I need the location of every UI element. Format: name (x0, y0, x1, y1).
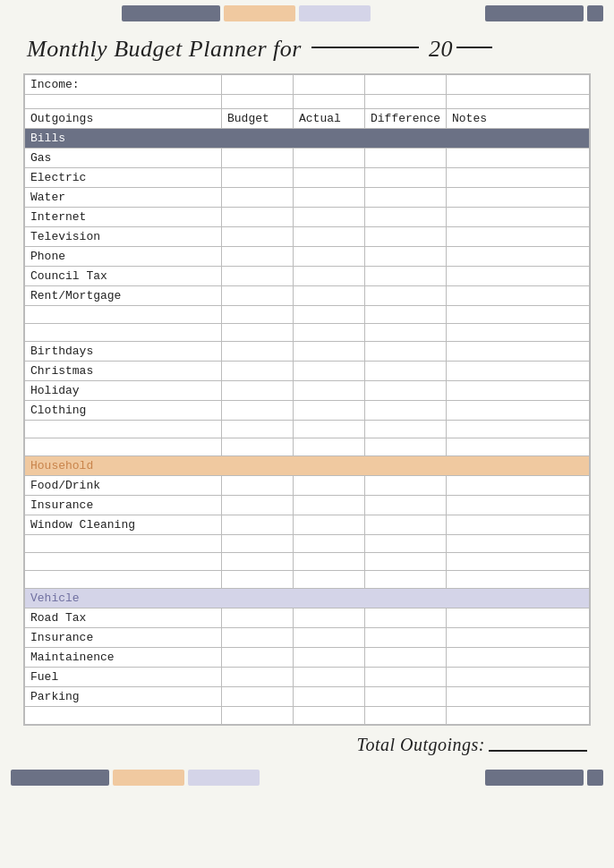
item-insurance-vehicle: Insurance (25, 628, 222, 648)
page-title: Monthly Budget Planner for 20 (27, 36, 496, 62)
item-rent-mortgage: Rent/Mortgage (25, 286, 222, 306)
list-item: Water (25, 188, 590, 208)
list-item: Birthdays (25, 342, 590, 362)
blank-row-9 (25, 707, 590, 725)
blank-row-5 (25, 438, 590, 456)
blank-row-4 (25, 421, 590, 438)
income-label: Income: (25, 75, 222, 95)
col-header-notes: Notes (447, 109, 590, 129)
income-actual (294, 75, 365, 95)
list-item: Food/Drink (25, 476, 590, 496)
blank-row-6 (25, 535, 590, 553)
bar-peach-bottom-1 (113, 770, 184, 786)
vehicle-label: Vehicle (25, 589, 590, 608)
list-item: Rent/Mortgage (25, 286, 590, 306)
bar-gray-bottom-2 (485, 770, 584, 786)
item-water: Water (25, 188, 222, 208)
col-header-outgoings: Outgoings (25, 109, 222, 129)
bar-gray-1 (122, 5, 220, 21)
item-gas: Gas (25, 149, 222, 168)
item-clothing: Clothing (25, 401, 222, 421)
household-label: Household (25, 456, 590, 476)
bar-gray-2 (485, 5, 584, 21)
budget-table-container: Income: Outgoings Budget Actual Differen… (23, 73, 591, 726)
blank-row-7 (25, 553, 590, 571)
list-item: Parking (25, 687, 590, 707)
list-item: Insurance (25, 496, 590, 515)
income-diff (365, 75, 447, 95)
title-section: Monthly Budget Planner for 20 (0, 27, 614, 70)
bar-peach-1 (224, 5, 295, 21)
income-budget (222, 75, 294, 95)
bar-gray-3 (587, 5, 603, 21)
col-header-actual: Actual (294, 109, 365, 129)
item-phone: Phone (25, 247, 222, 267)
bar-lavender-bottom-1 (188, 770, 260, 786)
list-item: Gas (25, 149, 590, 168)
bar-gray-bottom-1 (11, 770, 109, 786)
section-household-header: Household (25, 456, 590, 476)
list-item: Television (25, 227, 590, 247)
income-row: Income: (25, 75, 590, 95)
bills-label: Bills (25, 129, 590, 149)
item-christmas: Christmas (25, 362, 222, 381)
bar-lavender-1 (299, 5, 371, 21)
list-item: Holiday (25, 381, 590, 401)
item-road-tax: Road Tax (25, 608, 222, 628)
item-council-tax: Council Tax (25, 267, 222, 286)
item-food-drink: Food/Drink (25, 476, 222, 496)
blank-row-2 (25, 306, 590, 324)
list-item: Phone (25, 247, 590, 267)
list-item: Maintainence (25, 648, 590, 668)
total-section: Total Outgoings: (0, 729, 614, 761)
blank-row-8 (25, 571, 590, 589)
item-parking: Parking (25, 687, 222, 707)
name-line (311, 47, 419, 48)
bar-gray-bottom-3 (587, 770, 603, 786)
list-item: Road Tax (25, 608, 590, 628)
list-item: Council Tax (25, 267, 590, 286)
item-window-cleaning: Window Cleaning (25, 515, 222, 535)
income-notes (447, 75, 590, 95)
item-fuel: Fuel (25, 668, 222, 687)
year-line (456, 47, 492, 48)
item-maintainence: Maintainence (25, 648, 222, 668)
item-television: Television (25, 227, 222, 247)
list-item: Christmas (25, 362, 590, 381)
top-decorative-bars (0, 0, 614, 27)
col-header-budget: Budget (222, 109, 294, 129)
total-label: Total Outgoings: (357, 735, 485, 755)
page: Monthly Budget Planner for 20 Income: (0, 0, 614, 868)
list-item: Electric (25, 168, 590, 188)
item-electric: Electric (25, 168, 222, 188)
item-internet: Internet (25, 208, 222, 227)
list-item: Clothing (25, 401, 590, 421)
list-item: Internet (25, 208, 590, 227)
col-header-difference: Difference (365, 109, 447, 129)
item-birthdays: Birthdays (25, 342, 222, 362)
item-holiday: Holiday (25, 381, 222, 401)
budget-table: Income: Outgoings Budget Actual Differen… (24, 74, 590, 725)
list-item: Fuel (25, 668, 590, 687)
bottom-decorative-bars (0, 764, 614, 791)
blank-row-3 (25, 324, 590, 342)
column-headers-row: Outgoings Budget Actual Difference Notes (25, 109, 590, 129)
list-item: Window Cleaning (25, 515, 590, 535)
blank-row-1 (25, 95, 590, 109)
section-bills-header: Bills (25, 129, 590, 149)
list-item: Insurance (25, 628, 590, 648)
section-vehicle-header: Vehicle (25, 589, 590, 608)
item-insurance-household: Insurance (25, 496, 222, 515)
total-line (489, 731, 587, 752)
